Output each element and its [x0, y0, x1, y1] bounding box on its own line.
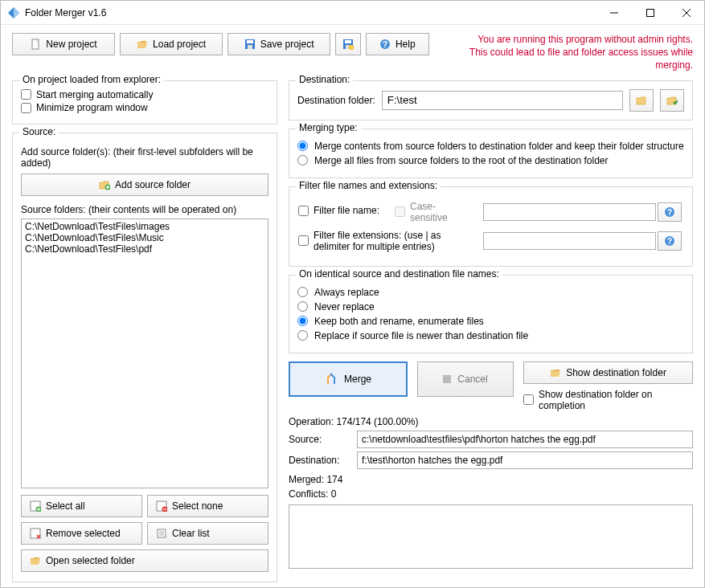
destination-folder-input[interactable]: [382, 91, 623, 110]
clear-list-button[interactable]: Clear list: [147, 522, 268, 545]
select-all-button[interactable]: Select all: [21, 495, 142, 517]
stop-icon: [443, 375, 451, 383]
new-project-button[interactable]: New project: [12, 33, 115, 55]
merge-button[interactable]: Merge: [289, 361, 408, 397]
svg-text:?: ?: [383, 40, 387, 49]
source-legend: Source:: [19, 126, 59, 137]
filter-extensions-help-button[interactable]: ?: [658, 231, 682, 251]
verify-destination-button[interactable]: [660, 89, 684, 112]
select-all-icon: [30, 500, 41, 512]
folder-icon: [636, 95, 647, 106]
operation-destination-label: Destination:: [289, 455, 349, 466]
titlebar: Folder Merger v1.6: [1, 1, 704, 25]
folder-open-icon: [550, 367, 561, 378]
add-source-folder-button[interactable]: Add source folder: [21, 174, 268, 196]
cancel-button[interactable]: Cancel: [417, 361, 514, 397]
explorer-options-group: On project loaded from explorer: Start m…: [12, 80, 277, 125]
destination-group: Destination: Destination folder:: [289, 80, 693, 120]
svg-text:?: ?: [667, 208, 672, 217]
help-icon: ?: [379, 39, 391, 50]
start-merging-checkbox[interactable]: Start merging automatically: [21, 89, 153, 100]
svg-rect-12: [345, 40, 351, 43]
identical-names-group: On identical source and destination file…: [289, 275, 693, 353]
source-group: Source: Add source folder(s): (their fir…: [12, 133, 277, 582]
destination-legend: Destination:: [296, 74, 353, 85]
filter-filename-input[interactable]: [483, 203, 656, 221]
list-item[interactable]: C:\NetDownload\TestFiles\images: [25, 221, 264, 232]
minimize-window-checkbox[interactable]: Minimize program window: [21, 102, 148, 113]
load-project-button[interactable]: Load project: [120, 33, 223, 55]
folder-open-icon: [30, 555, 41, 566]
identical-legend: On identical source and destination file…: [296, 268, 502, 280]
folder-add-icon: [99, 179, 110, 190]
open-selected-folder-button[interactable]: Open selected folder: [21, 549, 268, 572]
select-none-button[interactable]: Select none: [147, 495, 268, 517]
disk-icon: [342, 39, 354, 50]
operation-status: Operation: 174/174 (100.00%): [289, 416, 693, 427]
folder-check-icon: [666, 95, 678, 106]
merging-type-legend: Merging type:: [296, 122, 361, 133]
save-as-button[interactable]: [335, 33, 361, 55]
filter-filename-help-button[interactable]: ?: [658, 202, 682, 222]
list-item[interactable]: C:\NetDownload\TestFiles\Music: [25, 232, 264, 243]
remove-selected-button[interactable]: Remove selected: [21, 522, 142, 545]
svg-text:?: ?: [667, 237, 672, 246]
remove-icon: [30, 528, 41, 539]
filter-legend: Filter file names and extensions:: [296, 180, 441, 191]
merge-keep-structure-radio[interactable]: Merge contents from source folders to de…: [297, 141, 684, 152]
window-controls: [596, 1, 704, 24]
select-none-icon: [156, 500, 167, 512]
add-source-hint: Add source folder(s): (their first-level…: [21, 146, 268, 169]
never-replace-radio[interactable]: Never replace: [297, 301, 684, 312]
merged-count: Merged: 174: [289, 474, 693, 485]
admin-warning: You are running this program without adm…: [434, 33, 693, 72]
clear-icon: [156, 528, 167, 539]
svg-marker-1: [14, 7, 19, 18]
app-icon: [7, 6, 20, 19]
svg-rect-10: [248, 45, 252, 49]
always-replace-radio[interactable]: Always replace: [297, 287, 684, 298]
case-sensitive-checkbox[interactable]: Case-sensitive: [395, 201, 472, 223]
svg-rect-9: [247, 40, 253, 43]
help-icon: ?: [664, 235, 675, 247]
destination-label: Destination folder:: [297, 95, 375, 106]
list-item[interactable]: C:\NetDownload\TestFiles\pdf: [25, 243, 264, 255]
source-folders-label: Source folders: (their contents will be …: [21, 204, 268, 215]
merge-to-root-radio[interactable]: Merge all files from source folders to t…: [297, 155, 684, 166]
filter-extensions-input[interactable]: [483, 232, 656, 250]
conflicts-list[interactable]: [289, 504, 693, 569]
save-project-button[interactable]: Save project: [227, 33, 330, 55]
maximize-button[interactable]: [632, 1, 668, 24]
conflicts-count: Conflicts: 0: [289, 488, 693, 500]
help-icon: ?: [664, 206, 675, 218]
explorer-legend: On project loaded from explorer:: [19, 74, 164, 85]
operation-source-label: Source:: [289, 434, 349, 445]
close-button[interactable]: [668, 1, 704, 24]
toolbar: New project Load project Save project ? …: [12, 33, 693, 72]
folder-open-icon: [137, 39, 148, 50]
operation-source-value: c:\netdownload\testfiles\pdf\horton hatc…: [357, 431, 693, 448]
show-destination-on-completion-checkbox[interactable]: Show destination folder on completion: [523, 389, 683, 411]
browse-destination-button[interactable]: [629, 89, 654, 112]
action-row: Merge Cancel Show destination folder Sho…: [289, 361, 693, 411]
svg-rect-39: [443, 375, 451, 383]
help-button[interactable]: ? Help: [366, 33, 429, 55]
svg-rect-3: [646, 9, 654, 16]
merging-type-group: Merging type: Merge contents from source…: [289, 129, 693, 178]
save-icon: [244, 39, 256, 50]
svg-marker-38: [330, 373, 333, 375]
window-title: Folder Merger v1.6: [25, 7, 596, 18]
merge-icon: [325, 373, 338, 386]
filter-group: Filter file names and extensions: Filter…: [289, 186, 693, 267]
operation-destination-value: f:\test\horton hatches the egg.pdf: [357, 451, 693, 469]
document-icon: [30, 39, 41, 50]
show-destination-button[interactable]: Show destination folder: [523, 361, 693, 384]
filter-extensions-checkbox[interactable]: Filter file extensions: (use | as delimi…: [298, 230, 472, 252]
keep-both-radio[interactable]: Keep both and rename, enumerate files: [297, 316, 684, 327]
filter-filename-checkbox[interactable]: Filter file name:: [298, 205, 379, 216]
minimize-button[interactable]: [596, 1, 632, 24]
svg-point-14: [349, 45, 354, 50]
replace-if-newer-radio[interactable]: Replace if source file is newer than des…: [297, 330, 684, 341]
source-folders-list[interactable]: C:\NetDownload\TestFiles\images C:\NetDo…: [21, 218, 268, 488]
